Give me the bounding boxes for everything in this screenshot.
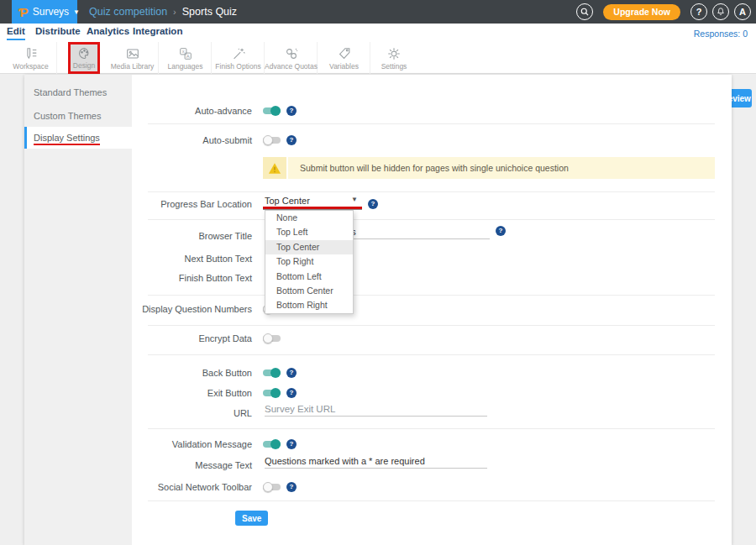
dropdown-option-top-left[interactable]: Top Left xyxy=(265,225,353,239)
breadcrumb-folder[interactable]: Quiz competition xyxy=(89,6,167,18)
tab-analytics[interactable]: Analytics xyxy=(87,26,129,39)
toolbar-item-media-library[interactable]: Media Library xyxy=(107,42,159,74)
help-icon[interactable]: ? xyxy=(286,368,297,378)
sidebar-item-label: Standard Themes xyxy=(34,87,107,97)
toolbar-item-label: Languages xyxy=(167,62,202,71)
auto-submit-label: Auto-submit xyxy=(132,134,252,146)
help-icon[interactable]: ? xyxy=(368,199,378,209)
dropdown-option-none[interactable]: None xyxy=(265,211,353,225)
toolbar-item-label: Advance Quotas xyxy=(265,62,318,71)
media-library-icon xyxy=(125,46,140,61)
validation-message-label: Validation Message xyxy=(132,438,252,450)
progress-bar-location-label: Progress Bar Location xyxy=(132,198,252,210)
validation-message-toggle[interactable] xyxy=(263,439,281,449)
responses-count: Responses: 0 xyxy=(694,29,748,39)
finish-button-text-label: Finish Button Text xyxy=(132,272,252,284)
divider xyxy=(148,325,715,326)
help-icon[interactable]: ? xyxy=(690,3,707,20)
divider xyxy=(148,295,715,296)
chevron-down-icon: ▼ xyxy=(351,196,358,203)
next-button-text-label: Next Button Text xyxy=(132,253,252,265)
dropdown-option-bottom-left[interactable]: Bottom Left xyxy=(265,270,353,284)
tab-edit[interactable]: Edit xyxy=(7,26,25,40)
toolbar-item-languages[interactable]: xA Languages xyxy=(160,42,212,74)
encrypt-data-toggle[interactable] xyxy=(263,333,281,343)
exit-url-label: URL xyxy=(132,407,252,419)
help-icon[interactable]: ? xyxy=(286,106,297,116)
toolbar-item-finish-options[interactable]: Finish Options xyxy=(213,42,265,74)
languages-icon: xA xyxy=(178,46,193,61)
breadcrumb: Quiz competition › Sports Quiz xyxy=(89,0,237,24)
toolbar-item-variables[interactable]: Variables xyxy=(318,42,370,74)
toolbar-item-label: Variables xyxy=(329,62,359,71)
auto-submit-warning: Submit button will be hidden for pages w… xyxy=(263,157,715,179)
help-icon[interactable]: ? xyxy=(286,135,297,145)
social-network-toolbar-toggle[interactable] xyxy=(263,482,281,492)
svg-text:A: A xyxy=(186,54,189,59)
product-label: Surveys xyxy=(33,6,69,18)
advance-quotas-icon xyxy=(284,46,299,61)
sidebar-item-standard-themes[interactable]: Standard Themes xyxy=(24,81,132,103)
breadcrumb-separator: › xyxy=(173,7,176,17)
bell-icon[interactable] xyxy=(712,3,729,20)
sidebar-item-display-settings[interactable]: Display Settings xyxy=(24,127,132,149)
divider xyxy=(148,123,715,124)
help-icon[interactable]: ? xyxy=(286,439,297,449)
display-settings-panel: Auto-advance ? Auto-submit ? Submit butt… xyxy=(132,75,732,545)
sidebar-item-custom-themes[interactable]: Custom Themes xyxy=(24,105,132,127)
warning-triangle-icon xyxy=(263,157,288,179)
chevron-down-icon: ▼ xyxy=(73,8,80,16)
toolbar-item-advance-quotas[interactable]: Advance Quotas xyxy=(265,42,318,74)
upgrade-now-button[interactable]: Upgrade Now xyxy=(603,4,680,20)
surveys-product-switcher[interactable]: Ƥ Surveys ▼ xyxy=(12,0,77,24)
toolbar-item-settings[interactable]: Settings xyxy=(368,42,420,74)
auto-advance-toggle[interactable] xyxy=(263,106,281,116)
breadcrumb-survey-name: Sports Quiz xyxy=(182,6,237,18)
exit-url-input[interactable] xyxy=(265,402,487,417)
dropdown-option-top-center[interactable]: Top Center xyxy=(265,240,353,254)
survey-nav: Edit Distribute Analytics Integration Re… xyxy=(0,24,756,42)
warning-text: Submit button will be hidden for pages w… xyxy=(288,157,715,179)
settings-icon xyxy=(386,46,402,61)
message-text-label: Message Text xyxy=(132,459,252,471)
exit-button-toggle[interactable] xyxy=(263,388,281,398)
edit-toolbar: Workspace Design Media Library xA Langua… xyxy=(0,42,756,74)
social-network-toolbar-label: Social Network Toolbar xyxy=(132,481,252,493)
search-icon[interactable] xyxy=(576,3,593,20)
divider xyxy=(148,428,715,429)
encrypt-data-label: Encrypt Data xyxy=(132,333,252,344)
dropdown-option-bottom-center[interactable]: Bottom Center xyxy=(265,284,353,298)
divider xyxy=(148,354,715,355)
variables-icon xyxy=(337,46,352,61)
design-sidebar: Standard Themes Custom Themes Display Se… xyxy=(24,75,132,545)
design-icon xyxy=(77,46,92,60)
avatar[interactable]: A xyxy=(734,3,751,20)
auto-submit-toggle[interactable] xyxy=(263,135,281,145)
toolbar-item-design[interactable]: Design xyxy=(68,42,100,74)
progress-bar-location-select[interactable]: Top Center ▼ xyxy=(265,192,361,206)
back-button-label: Back Button xyxy=(132,367,252,379)
exit-button-label: Exit Button xyxy=(132,387,252,399)
dropdown-option-top-right[interactable]: Top Right xyxy=(265,254,353,269)
tab-distribute[interactable]: Distribute xyxy=(35,26,81,39)
sidebar-item-label: Display Settings xyxy=(34,133,100,145)
help-icon[interactable]: ? xyxy=(286,388,297,398)
tab-integration[interactable]: Integration xyxy=(133,26,182,39)
progress-bar-location-dropdown: None Top Left Top Center Top Right Botto… xyxy=(265,210,354,314)
sidebar-item-label: Custom Themes xyxy=(34,111,102,121)
display-question-numbers-label: Display Question Numbers xyxy=(132,303,252,315)
save-button[interactable]: Save xyxy=(235,511,268,526)
browser-title-label: Browser Title xyxy=(132,230,252,242)
questionpro-logo-icon: Ƥ xyxy=(18,6,29,18)
workspace-icon xyxy=(24,46,39,61)
toolbar-item-label: Design xyxy=(73,61,95,70)
help-icon[interactable]: ? xyxy=(496,226,506,236)
dropdown-option-bottom-right[interactable]: Bottom Right xyxy=(265,298,353,312)
message-text-input[interactable] xyxy=(265,454,487,469)
back-button-toggle[interactable] xyxy=(263,368,281,378)
help-icon[interactable]: ? xyxy=(286,482,297,492)
toolbar-item-label: Settings xyxy=(381,62,407,71)
toolbar-item-label: Workspace xyxy=(13,62,48,71)
toolbar-item-workspace[interactable]: Workspace xyxy=(5,42,57,74)
divider xyxy=(148,191,715,192)
